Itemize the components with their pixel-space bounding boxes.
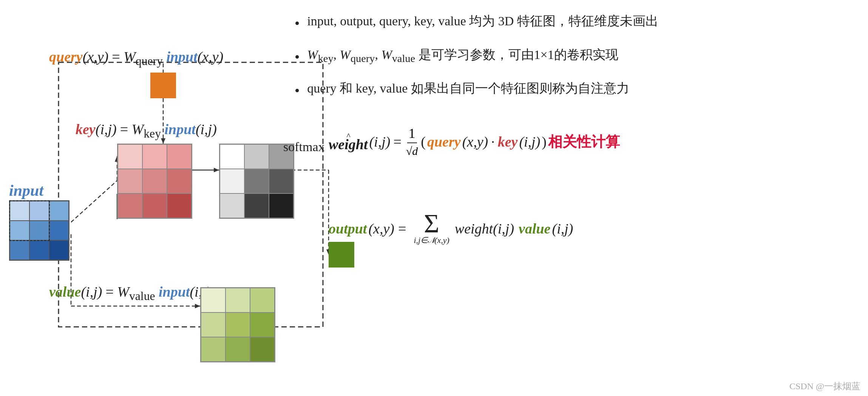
key-cell-5 (142, 169, 167, 193)
bullet-dot-1: • (295, 13, 300, 34)
value-cell-1 (201, 288, 225, 312)
input-cell-3 (49, 201, 69, 221)
bullet-1: • input, output, query, key, value 均为 3D… (295, 11, 823, 34)
value-cell-4 (201, 312, 225, 337)
value-grid (200, 287, 275, 362)
weight-formula: ^ weight (i,j) = 1 √d ( query(x,y) · key… (329, 125, 620, 159)
output-formula: output(x,y) = Σ i,j∈𝒩(x,y) weight(i,j) v… (329, 212, 573, 245)
input-cell-4 (10, 221, 29, 240)
key-cell-7 (118, 193, 142, 218)
bullet-text-1: input, output, query, key, value 均为 3D 特… (307, 11, 658, 31)
key-cell-8 (142, 193, 167, 218)
input-cell-1 (10, 201, 29, 221)
key-cell-2 (142, 144, 167, 169)
input-cell-9 (49, 240, 69, 260)
key-cell-3 (167, 144, 192, 169)
value-cell-3 (250, 288, 275, 312)
watermark: CSDN @一抹烟蓝 (789, 380, 860, 392)
weight-cell-1 (220, 144, 244, 169)
orange-square (150, 73, 176, 98)
value-cell-2 (225, 288, 250, 312)
value-cell-9 (250, 337, 275, 362)
key-cell-4 (118, 169, 142, 193)
value-cell-7 (201, 337, 225, 362)
input-label: input (9, 181, 43, 200)
weight-cell-7 (220, 193, 244, 218)
weight-grid (219, 144, 294, 219)
input-cell-8 (29, 240, 49, 260)
bullet-text-2: Wkey, Wquery, Wvalue 是可学习参数，可由1×1的卷积实现 (307, 45, 618, 67)
weight-cell-6 (269, 169, 293, 193)
output-square (329, 242, 354, 268)
input-cell-5 (29, 221, 49, 240)
key-formula: key(i,j) = Wkey input(i,j) (76, 121, 217, 141)
value-cell-6 (250, 312, 275, 337)
bullet-3: • query 和 key, value 如果出自同一个特征图则称为自注意力 (295, 79, 823, 102)
input-cell-7 (10, 240, 29, 260)
bullet-text-3: query 和 key, value 如果出自同一个特征图则称为自注意力 (307, 79, 629, 98)
value-cell-5 (225, 312, 250, 337)
svg-marker-7 (214, 168, 219, 172)
svg-marker-16 (195, 304, 200, 308)
input-cell-6 (49, 221, 69, 240)
relevance-label: 相关性计算 (548, 132, 620, 152)
weight-cell-8 (244, 193, 269, 218)
key-grid (117, 144, 192, 219)
bullet-2: • Wkey, Wquery, Wvalue 是可学习参数，可由1×1的卷积实现 (295, 45, 823, 68)
key-cell-9 (167, 193, 192, 218)
softmax-label: softmax (283, 140, 325, 154)
input-cell-2 (29, 201, 49, 221)
value-formula: value(i,j) = Wvalue input(i,j) (49, 283, 211, 303)
svg-line-1 (71, 181, 117, 222)
key-cell-6 (167, 169, 192, 193)
bullets-section: • input, output, query, key, value 均为 3D… (295, 11, 823, 112)
query-formula: query(x,y) = Wquery input(x,y) (49, 48, 223, 68)
weight-cell-4 (220, 169, 244, 193)
bullet-dot-2: • (295, 46, 300, 68)
key-cell-1 (118, 144, 142, 169)
weight-cell-5 (244, 169, 269, 193)
input-grid (9, 200, 70, 261)
main-container: • input, output, query, key, value 均为 3D… (0, 0, 868, 396)
value-cell-8 (225, 337, 250, 362)
weight-cell-2 (244, 144, 269, 169)
weight-cell-9 (269, 193, 293, 218)
bullet-dot-3: • (295, 80, 300, 102)
